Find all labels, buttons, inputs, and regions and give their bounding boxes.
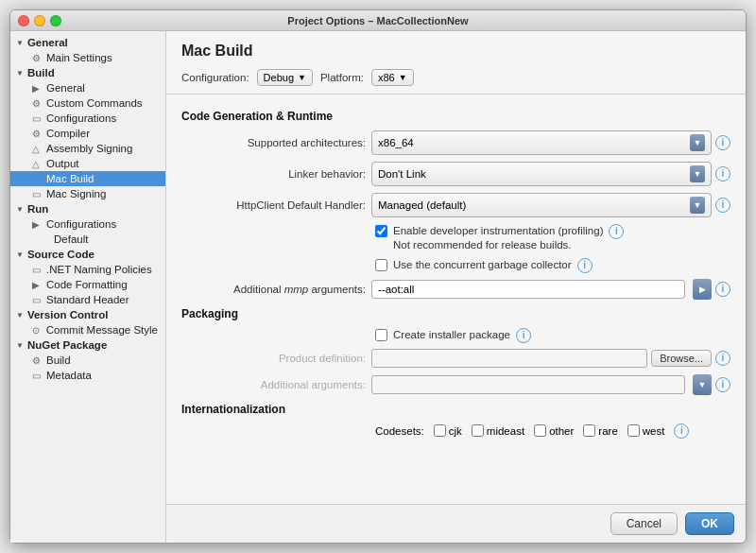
cjk-checkbox[interactable] [434,424,446,437]
codesets-label: Codesets: [375,425,424,437]
gc-row: Use the concurrent garbage collector i [181,258,730,273]
sidebar-item-configurations[interactable]: ▭ Configurations [10,111,165,126]
footer: Cancel OK [166,504,746,543]
other-checkbox[interactable] [534,424,546,437]
create-pkg-label: Create installer package [393,328,510,342]
supported-arch-row: Supported architectures: x86_64 ▼ i [181,130,730,155]
profiling-checkbox[interactable] [375,225,387,237]
sidebar-metadata-label: Metadata [46,370,92,381]
sidebar-standard-header-label: Standard Header [46,294,129,305]
additional-args-label: Additional arguments: [181,379,366,390]
info-icon[interactable]: i [715,135,730,150]
sidebar-item-net-naming[interactable]: ▭ .NET Naming Policies [10,262,165,277]
platform-select[interactable]: x86 ▼ [371,69,414,86]
triangle-icon: ▼ [16,39,24,47]
info-icon[interactable]: i [609,224,624,239]
sidebar-item-assembly-signing[interactable]: △ Assembly Signing [10,141,165,156]
sidebar-item-metadata[interactable]: ▭ Metadata [10,368,165,383]
gc-label: Use the concurrent garbage collector [393,258,572,272]
product-def-input[interactable] [371,349,647,368]
sidebar-item-compiler[interactable]: ⚙ Compiler [10,126,165,141]
maximize-button[interactable] [50,15,61,26]
httpclient-select[interactable]: Managed (default) ▼ [371,193,712,217]
title-bar: Project Options – MacCollectionNew [10,10,746,31]
additional-args-input[interactable] [371,375,685,394]
info-icon[interactable]: i [577,258,593,273]
sidebar-configurations-label: Configurations [46,112,116,124]
sidebar-custom-commands-label: Custom Commands [46,97,143,109]
main-panel: Mac Build Configuration: Debug ▼ Platfor… [166,31,746,543]
product-def-control: Browse... i [371,349,730,368]
sidebar-item-default[interactable]: Default [10,232,165,247]
product-def-label: Product definition: [181,353,366,364]
triangle-icon: ▼ [16,205,24,214]
code-gen-header: Code Generation & Runtime [181,110,730,123]
ok-button[interactable]: OK [685,512,734,535]
sidebar-item-custom-commands[interactable]: ⚙ Custom Commands [10,95,165,111]
sidebar-section-version-control[interactable]: ▼ Version Control [10,307,165,322]
gear-icon: ⚙ [29,53,43,63]
supported-arch-label: Supported architectures: [181,137,366,148]
info-icon[interactable]: i [715,282,730,297]
sidebar-item-code-formatting[interactable]: ▶ Code Formatting [10,277,165,292]
sidebar-section-run[interactable]: ▼ Run [10,201,165,216]
sidebar-run-label: Run [27,203,48,215]
browse-button[interactable]: Browse... [651,350,712,367]
sidebar-nuget-build-label: Build [46,354,71,366]
sidebar-item-mac-signing[interactable]: ▭ Mac Signing [10,186,165,201]
info-icon[interactable]: i [516,328,531,343]
sidebar-section-nuget[interactable]: ▼ NuGet Package [10,337,165,353]
sidebar-item-nuget-build[interactable]: ⚙ Build [10,353,165,368]
sidebar-section-source-code[interactable]: ▼ Source Code [10,247,165,262]
west-checkbox[interactable] [627,424,640,437]
info-icon[interactable]: i [715,166,730,181]
mideast-label: mideast [487,425,524,437]
sidebar-item-standard-header[interactable]: ▭ Standard Header [10,292,165,307]
sidebar-item-build-general[interactable]: ▶ General [10,80,165,95]
supported-arch-control: x86_64 ▼ i [371,130,730,155]
sidebar-commit-message-label: Commit Message Style [46,324,158,336]
sidebar-section-general[interactable]: ▼ General [10,35,165,50]
profiling-label: Enable developer instrumentation (profil… [393,224,603,252]
intl-section: Internationalization Codesets: cjk midea… [181,403,730,439]
gc-checkbox[interactable] [375,259,387,271]
config-row: Configuration: Debug ▼ Platform: x86 ▼ [181,69,730,86]
sidebar: ▼ General ⚙ Main Settings ▼ Build ▶ Gene… [10,31,166,543]
supported-arch-value: x86_64 [378,137,414,148]
other-label: other [549,425,574,437]
create-pkg-checkbox[interactable] [375,329,387,341]
sidebar-item-main-settings[interactable]: ⚙ Main Settings [10,50,165,65]
intl-header: Internationalization [181,403,730,416]
configuration-select[interactable]: Debug ▼ [257,69,313,86]
info-icon[interactable]: i [715,377,730,392]
sidebar-item-commit-message-style[interactable]: ⊙ Commit Message Style [10,322,165,337]
sidebar-net-naming-label: .NET Naming Policies [46,264,152,275]
mmp-arrow[interactable]: ▶ [693,279,712,300]
sidebar-item-run-configurations[interactable]: ▶ Configurations [10,216,165,232]
mideast-checkbox[interactable] [472,424,484,437]
linker-select[interactable]: Don't Link ▼ [371,162,712,186]
httpclient-row: HttpClient Default Handler: Managed (def… [181,193,730,217]
cancel-button[interactable]: Cancel [610,512,678,535]
supported-arch-select[interactable]: x86_64 ▼ [371,130,712,155]
page-title: Mac Build [181,43,730,60]
minimize-button[interactable] [34,15,45,26]
rect-icon: ▭ [29,113,43,124]
rare-checkbox[interactable] [583,424,595,437]
chevron-down-icon: ▼ [399,73,407,82]
linker-label: Linker behavior: [181,168,366,180]
arrow-icon: ▶ [29,280,43,290]
info-icon[interactable]: i [715,198,730,213]
codeset-cjk: cjk [434,424,462,437]
sidebar-item-mac-build[interactable]: Mac Build [10,171,165,186]
codeset-west: west [627,424,665,437]
sidebar-item-output[interactable]: △ Output [10,156,165,171]
args-arrow: ▼ [693,374,712,395]
sidebar-section-build[interactable]: ▼ Build [10,65,165,80]
close-button[interactable] [18,15,29,26]
info-icon[interactable]: i [715,351,730,366]
mmp-input[interactable] [371,280,685,299]
info-icon[interactable]: i [674,423,689,439]
content-area: ▼ General ⚙ Main Settings ▼ Build ▶ Gene… [10,31,746,543]
linker-value: Don't Link [378,168,426,180]
